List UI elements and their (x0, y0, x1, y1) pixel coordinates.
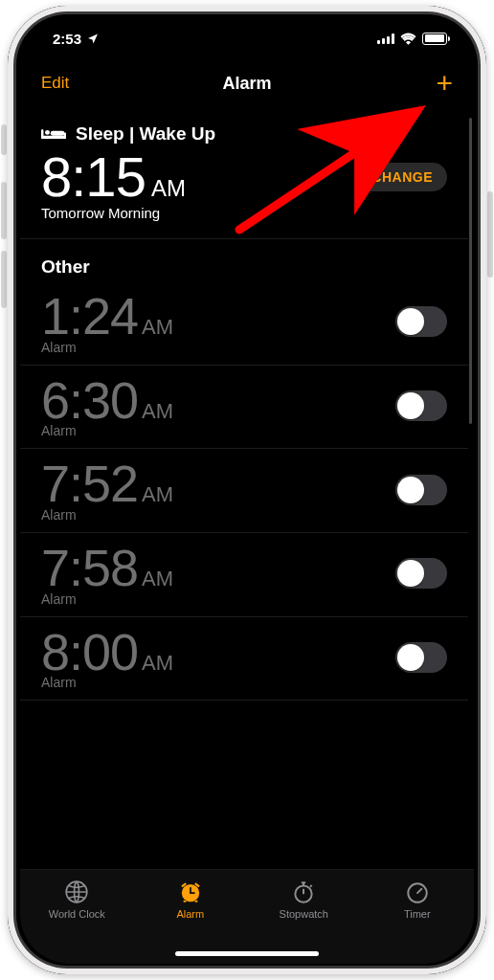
svg-rect-0 (41, 136, 66, 139)
alarm-time-value: 8:00 (41, 625, 138, 679)
alarm-time-ampm: AM (142, 651, 173, 676)
sleep-section-label: Sleep | Wake Up (76, 123, 215, 145)
tab-alarm[interactable]: Alarm (151, 880, 230, 920)
sleep-wake-block: 8:15 AM CHANGE Tomorrow Morning (20, 146, 468, 239)
edit-button[interactable]: Edit (20, 60, 90, 106)
tab-label: Stopwatch (280, 908, 328, 920)
alarm-time-value: 1:24 (41, 289, 138, 344)
alarm-time-value: 7:52 (41, 457, 138, 511)
scroll-indicator[interactable] (469, 118, 472, 424)
screen: 2:53 (20, 16, 474, 964)
add-alarm-button[interactable]: + (415, 60, 474, 106)
alarm-icon (178, 880, 203, 904)
alarm-time: 6:30AM (41, 373, 173, 428)
alarm-time-ampm: AM (142, 567, 173, 591)
alarm-row[interactable]: 1:24AMAlarm (20, 281, 468, 366)
svg-point-3 (45, 130, 50, 135)
wifi-icon (400, 33, 416, 45)
power-button (487, 191, 493, 278)
content: Sleep | Wake Up 8:15 AM CHANGE Tomorrow … (20, 108, 468, 880)
svg-rect-9 (183, 901, 186, 902)
alarm-row[interactable]: 6:30AMAlarm (20, 366, 468, 450)
mute-switch (1, 124, 7, 155)
volume-down-button (1, 251, 7, 308)
globe-icon (64, 880, 89, 904)
alarm-row[interactable]: 7:52AMAlarm (20, 449, 468, 533)
tab-label: World Clock (49, 908, 105, 920)
alarm-time-value: 6:30 (41, 373, 138, 428)
signal-icon (377, 33, 394, 44)
svg-rect-4 (51, 131, 65, 136)
battery-icon (422, 33, 447, 45)
location-icon (87, 31, 99, 47)
alarms-list: 1:24AMAlarm6:30AMAlarm7:52AMAlarm7:58AMA… (20, 281, 468, 701)
alarm-time-ampm: AM (142, 399, 173, 424)
page-title: Alarm (222, 74, 271, 94)
tab-bar: World Clock Alarm (20, 869, 474, 964)
other-section-title: Other (20, 239, 468, 281)
alarm-time-ampm: AM (142, 482, 173, 507)
svg-rect-10 (194, 901, 197, 902)
sleep-subtitle: Tomorrow Morning (41, 205, 447, 221)
tab-label: Timer (404, 908, 431, 920)
tab-label: Alarm (176, 908, 204, 920)
sleep-time-ampm: AM (151, 175, 186, 202)
nav-bar: Edit Alarm + (20, 60, 474, 106)
alarm-label: Alarm (41, 591, 173, 607)
status-time: 2:53 (53, 31, 81, 47)
alarm-time-value: 7:58 (41, 541, 138, 595)
sleep-time-value: 8:15 (41, 148, 146, 207)
alarm-toggle[interactable] (395, 642, 447, 673)
alarm-label: Alarm (41, 340, 173, 355)
tab-world-clock[interactable]: World Clock (37, 880, 116, 920)
svg-rect-1 (41, 129, 43, 139)
alarm-label: Alarm (41, 507, 173, 523)
notch (146, 16, 348, 45)
alarm-toggle[interactable] (395, 390, 447, 421)
alarm-time: 1:24AM (41, 289, 173, 344)
alarm-toggle[interactable] (395, 475, 447, 505)
volume-up-button (1, 182, 7, 239)
svg-rect-8 (190, 892, 194, 894)
tab-stopwatch[interactable]: Stopwatch (264, 880, 343, 920)
alarm-row[interactable]: 8:00AMAlarm (20, 617, 468, 702)
bed-icon (41, 125, 66, 143)
alarm-label: Alarm (41, 675, 173, 690)
phone-frame: 2:53 (8, 6, 486, 974)
alarm-toggle[interactable] (395, 558, 447, 589)
timer-icon (405, 880, 430, 904)
alarm-toggle[interactable] (395, 306, 447, 337)
sleep-section-title: Sleep | Wake Up (20, 118, 468, 146)
stopwatch-icon (291, 880, 316, 904)
alarm-time: 7:52AM (41, 457, 173, 511)
alarm-time: 8:00AM (41, 625, 173, 679)
change-button[interactable]: CHANGE (357, 163, 447, 191)
sleep-wake-time: 8:15 AM (41, 148, 186, 207)
alarm-label: Alarm (41, 423, 173, 438)
alarm-time-ampm: AM (142, 315, 173, 340)
alarm-time: 7:58AM (41, 541, 173, 595)
home-indicator[interactable] (175, 951, 319, 956)
alarm-row[interactable]: 7:58AMAlarm (20, 533, 468, 617)
tab-timer[interactable]: Timer (378, 880, 457, 920)
